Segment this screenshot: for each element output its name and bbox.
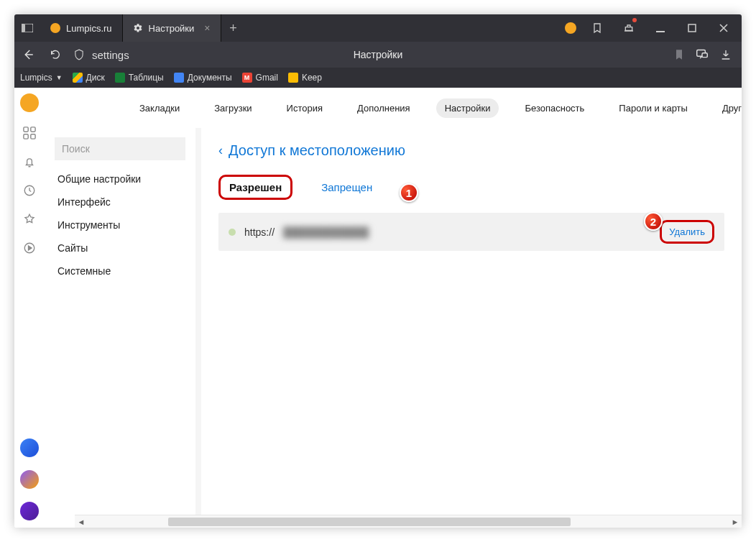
settings-body: Поиск Общие настройки Интерфейс Инструме… (45, 128, 742, 528)
nav-devices[interactable]: Другие устройства (714, 98, 742, 118)
content: Закладки Загрузки История Дополнения Нас… (45, 88, 742, 528)
sidebar-toggle-icon[interactable] (14, 14, 40, 42)
svg-rect-2 (656, 31, 665, 32)
bookmark-site-menu[interactable]: Lumpics ▼ (20, 73, 63, 83)
svg-rect-5 (702, 53, 707, 58)
settings-top-nav: Закладки Загрузки История Дополнения Нас… (45, 88, 742, 128)
docs-icon (174, 73, 184, 83)
scroll-left-icon[interactable]: ◄ (75, 515, 88, 528)
window-close-icon[interactable] (713, 14, 734, 42)
site-scheme: https:// (244, 226, 275, 238)
bookmark-gmail[interactable]: MGmail (242, 73, 278, 83)
play-icon[interactable] (22, 240, 37, 256)
tab-label: Lumpics.ru (66, 23, 112, 34)
nav-security[interactable]: Безопасность (516, 98, 593, 118)
annotation-badge-1: 1 (400, 183, 418, 202)
bookmarks-bar: Lumpics ▼ Диск Таблицы Документы MGmail … (14, 68, 742, 88)
settings-panel: ‹ Доступ к местоположению Разрешен Запре… (201, 128, 742, 528)
back-button[interactable] (14, 48, 42, 61)
nav-history[interactable]: История (278, 98, 331, 118)
main-area: Закладки Загрузки История Дополнения Нас… (14, 88, 742, 528)
tab-allowed[interactable]: Разрешен (218, 175, 292, 200)
downloads-icon[interactable] (720, 49, 732, 60)
tab-denied[interactable]: Запрещен (313, 177, 381, 198)
tableau-icon[interactable] (22, 125, 37, 141)
sheets-icon (115, 73, 125, 83)
star-icon[interactable] (22, 211, 37, 227)
status-dot-icon (229, 229, 236, 236)
history-icon[interactable] (22, 183, 37, 198)
left-rail (14, 88, 45, 528)
bookmark-label: Диск (86, 73, 105, 83)
messenger-icon-3[interactable] (20, 502, 39, 520)
orange-icon (50, 23, 60, 33)
tab-label: Настройки (149, 23, 195, 34)
bookmark-label: Lumpics (20, 73, 52, 83)
scroll-right-icon[interactable]: ► (729, 515, 742, 528)
bookmark-sheets[interactable]: Таблицы (115, 73, 164, 83)
url-text: settings (92, 49, 129, 61)
bookmark-icon[interactable] (674, 49, 684, 60)
nav-passwords[interactable]: Пароли и карты (610, 98, 696, 118)
bookmark-label: Таблицы (129, 73, 164, 83)
bookmark-label: Документы (188, 73, 232, 83)
bookmark-label: Gmail (256, 73, 278, 83)
svg-rect-6 (23, 127, 27, 132)
profile-icon[interactable] (565, 22, 576, 34)
annotation-badge-2: 2 (644, 212, 663, 231)
nav-addons[interactable]: Дополнения (349, 98, 419, 118)
sidebar-item-sites[interactable]: Сайты (45, 236, 195, 259)
window-maximize-icon[interactable] (681, 14, 703, 42)
drive-icon (73, 73, 83, 83)
title-right (558, 14, 742, 42)
tab-settings[interactable]: Настройки × (123, 14, 221, 42)
sidebar-item-general[interactable]: Общие настройки (45, 167, 195, 190)
permission-tabs: Разрешен Запрещен (218, 175, 724, 200)
bookmark-tray-icon[interactable] (586, 14, 608, 42)
url-field[interactable]: settings (89, 49, 664, 61)
sidebar-item-tools[interactable]: Инструменты (45, 213, 195, 236)
sidebar-item-system[interactable]: Системные (45, 259, 195, 283)
gear-icon (133, 23, 143, 33)
scroll-thumb[interactable] (168, 518, 571, 526)
search-input[interactable]: Поиск (55, 137, 185, 160)
bookmark-drive[interactable]: Диск (73, 73, 105, 83)
browser-window: Lumpics.ru Настройки × + (14, 14, 742, 528)
messenger-icon-2[interactable] (20, 470, 39, 489)
nav-downloads[interactable]: Загрузки (206, 98, 260, 118)
svg-rect-7 (30, 127, 34, 132)
shield-icon[interactable] (69, 49, 89, 60)
title-bar: Lumpics.ru Настройки × + (14, 14, 742, 42)
gmail-icon: M (242, 73, 252, 83)
svg-rect-9 (30, 134, 34, 139)
bell-icon[interactable] (22, 154, 37, 170)
chevron-down-icon: ▼ (56, 74, 63, 81)
address-bar: settings Настройки (14, 42, 742, 68)
notifications-icon[interactable] (618, 14, 640, 42)
nav-bookmarks[interactable]: Закладки (131, 98, 188, 118)
horizontal-scrollbar[interactable]: ◄ ► (75, 515, 742, 528)
bookmark-label: Keep (302, 73, 322, 83)
svg-rect-3 (688, 24, 696, 32)
tab-lumpics[interactable]: Lumpics.ru (40, 14, 123, 42)
new-tab-button[interactable]: + (221, 14, 246, 42)
keep-icon (288, 73, 298, 83)
sidebar-item-interface[interactable]: Интерфейс (45, 190, 195, 213)
delete-button[interactable]: Удалить (660, 220, 714, 244)
breadcrumb-back[interactable]: ‹ Доступ к местоположению (218, 142, 724, 159)
nav-settings[interactable]: Настройки (436, 98, 499, 118)
chevron-left-icon: ‹ (218, 143, 223, 158)
reload-button[interactable] (42, 49, 69, 60)
feedback-icon[interactable] (696, 49, 709, 60)
close-icon[interactable]: × (204, 22, 210, 34)
bookmark-keep[interactable]: Keep (288, 73, 322, 83)
messenger-icon-1[interactable] (20, 438, 39, 457)
bookmark-docs[interactable]: Документы (174, 73, 232, 83)
avatar[interactable] (20, 93, 39, 112)
settings-sidebar: Поиск Общие настройки Интерфейс Инструме… (45, 128, 195, 528)
svg-rect-8 (23, 134, 27, 139)
window-minimize-icon[interactable] (650, 14, 671, 42)
breadcrumb-label: Доступ к местоположению (229, 142, 405, 159)
svg-rect-1 (22, 24, 25, 32)
site-host: ████████████ (283, 226, 369, 238)
